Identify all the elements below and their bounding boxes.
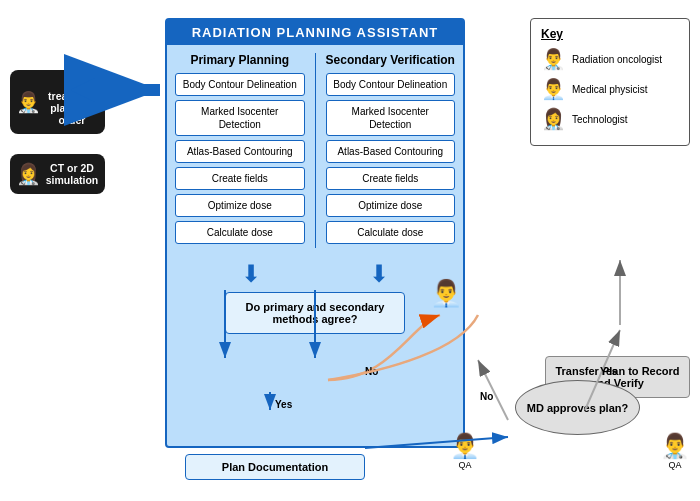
- rpa-box: Radiation Planning Assistant Primary Pla…: [165, 18, 465, 448]
- left-inputs: 👨‍⚕️ MD treatment planning order 👩‍⚕️ CT…: [10, 70, 105, 194]
- radiation-oncologist-label: Radiation oncologist: [572, 54, 662, 65]
- secondary-down-arrow: ⬇: [369, 260, 389, 288]
- qa-person-figure: 👨‍💼 QA: [450, 432, 480, 470]
- qa-right-figure: 👨‍⚕️ QA: [660, 432, 690, 470]
- ct-simulation-box: 👩‍⚕️ CT or 2D simulation: [10, 154, 105, 194]
- plan-doc-box: Plan Documentation: [185, 454, 365, 480]
- ct-label: CT or 2D simulation: [45, 162, 99, 186]
- md-approves-label: MD approves plan?: [527, 402, 628, 414]
- md-order-label: MD treatment planning order: [45, 78, 99, 126]
- physicist-icon: 👨‍💼: [430, 278, 462, 309]
- medical-physicist-icon: 👨‍💼: [541, 77, 566, 101]
- qa-label-bottom: QA: [458, 460, 471, 470]
- qa-right-icon: 👨‍⚕️: [660, 432, 690, 460]
- primary-column: Primary Planning Body Contour Delineatio…: [175, 53, 305, 248]
- secondary-step-4: Create fields: [326, 167, 456, 190]
- primary-header: Primary Planning: [175, 53, 305, 67]
- secondary-step-1: Body Contour Delineation: [326, 73, 456, 96]
- primary-step-2: Marked Isocenter Detection: [175, 100, 305, 136]
- technologist-icon: 👩‍⚕️: [541, 107, 566, 131]
- key-item-0: 👨‍⚕️ Radiation oncologist: [541, 47, 679, 71]
- column-divider: [315, 53, 316, 248]
- key-title: Key: [541, 27, 679, 41]
- key-item-1: 👨‍💼 Medical physicist: [541, 77, 679, 101]
- ct-icon: 👩‍⚕️: [16, 162, 41, 186]
- md-order-icon: 👨‍⚕️: [16, 90, 41, 114]
- secondary-header: Secondary Verification: [326, 53, 456, 67]
- primary-step-6: Calculate dose: [175, 221, 305, 244]
- primary-down-arrow: ⬇: [241, 260, 261, 288]
- medical-physicist-label: Medical physicist: [572, 84, 648, 95]
- secondary-column: Secondary Verification Body Contour Deli…: [326, 53, 456, 248]
- qa-right-label: QA: [668, 460, 681, 470]
- primary-step-3: Atlas-Based Contouring: [175, 140, 305, 163]
- svg-text:No: No: [480, 391, 493, 402]
- decision-box: Do primary and secondary methods agree?: [225, 292, 405, 334]
- svg-line-10: [478, 360, 508, 420]
- right-side: Key 👨‍⚕️ Radiation oncologist 👨‍💼 Medica…: [505, 18, 690, 398]
- technologist-label: Technologist: [572, 114, 628, 125]
- key-item-2: 👩‍⚕️ Technologist: [541, 107, 679, 131]
- md-order-box: 👨‍⚕️ MD treatment planning order: [10, 70, 105, 134]
- key-box: Key 👨‍⚕️ Radiation oncologist 👨‍💼 Medica…: [530, 18, 690, 146]
- secondary-step-6: Calculate dose: [326, 221, 456, 244]
- secondary-step-5: Optimize dose: [326, 194, 456, 217]
- secondary-step-3: Atlas-Based Contouring: [326, 140, 456, 163]
- primary-step-5: Optimize dose: [175, 194, 305, 217]
- rpa-title: Radiation Planning Assistant: [167, 20, 463, 45]
- md-approves-box: MD approves plan?: [515, 380, 640, 435]
- secondary-step-2: Marked Isocenter Detection: [326, 100, 456, 136]
- primary-step-4: Create fields: [175, 167, 305, 190]
- radiation-oncologist-icon: 👨‍⚕️: [541, 47, 566, 71]
- primary-step-1: Body Contour Delineation: [175, 73, 305, 96]
- physicist-figure-secondary: 👨‍💼: [430, 278, 462, 309]
- qa-person-icon: 👨‍💼: [450, 432, 480, 460]
